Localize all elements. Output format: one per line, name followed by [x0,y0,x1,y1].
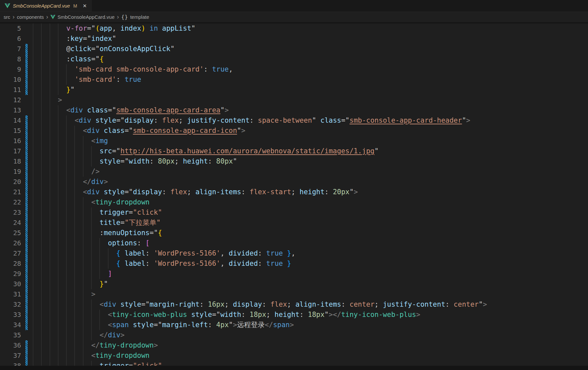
modified-gutter-marker [25,299,28,310]
code-line[interactable]: 24title="下拉菜单" [0,218,588,228]
code-line[interactable]: 8:class="{ [0,54,588,64]
token-pun: > [104,178,108,186]
token-eq: " [324,311,329,319]
indent-guides [33,105,66,115]
token-eq: =" [112,147,120,155]
indent-guides [33,259,116,269]
token-attr: label [125,249,145,257]
breadcrumb-item-template[interactable]: {} template [121,14,149,20]
code-line[interactable]: 18style="width: 80px; height: 80px" [0,156,588,167]
token-eq: =" [121,157,129,165]
code-line[interactable]: 31> [0,289,588,299]
modified-gutter-marker [25,146,28,156]
code-line[interactable]: 16<img [0,136,588,146]
token-eq: =" [116,116,125,124]
code-text: v-for="(app, index) in appList" [28,23,195,34]
token-eq: : [99,229,104,237]
token-attr: options [108,239,137,247]
code-line[interactable]: 10'smb-card': true [0,75,588,85]
code-line[interactable]: 30}" [0,279,588,289]
code-line[interactable]: 11}" [0,85,588,95]
code-text: :key="index" [28,34,116,44]
indent-guides [33,136,91,146]
indent-guides [33,320,108,330]
editor-tab[interactable]: SmbConsoleAppCard.vue M ✕ [0,0,92,12]
token-attr: height [274,311,299,319]
token-eq: ; [291,188,299,196]
symbol-namespace-icon: {} [121,14,128,20]
token-eq: ; [179,116,187,124]
modified-gutter-marker [25,289,28,299]
modified-gutter-marker [25,167,28,177]
line-number: 24 [0,218,21,228]
token-pun: < [66,106,70,114]
indent-guides [33,75,74,85]
token-eq: : [258,260,266,267]
code-line[interactable]: 19/> [0,167,588,177]
tab-title: SmbConsoleAppCard.vue [13,3,70,9]
breadcrumb-template-label: template [130,14,149,20]
line-number: 13 [0,105,21,115]
code-line[interactable]: 21<div style="display: flex; align-items… [0,187,588,197]
token-eq: " [350,188,354,196]
code-lines: 5v-for="(app, index) in appList"6:key="i… [0,23,588,370]
code-line[interactable]: 32<div style="margin-right: 16px; displa… [0,299,588,310]
code-line[interactable]: 12> [0,95,588,105]
token-eq: =" [341,116,350,124]
code-line[interactable]: 27{ label: 'WordPress-5166', divided: tr… [0,248,588,259]
modified-gutter-marker [25,44,28,54]
code-line[interactable]: 26options: [ [0,238,588,248]
gutter-spacer [25,95,28,105]
token-tag: div [79,116,91,124]
code-line[interactable]: 28{ label: 'WordPress-5166', divided: tr… [0,259,588,269]
close-icon[interactable]: ✕ [82,3,88,9]
token-attr: app [99,24,112,32]
code-line[interactable]: 29] [0,269,588,279]
token-attr: trigger [99,208,129,216]
token-tag: div [70,106,83,114]
code-text: <tiny-dropdown [28,351,150,361]
modified-gutter-marker [25,156,28,167]
line-number: 9 [0,64,21,75]
code-line[interactable]: 15<div class="smb-console-app-card-icon"… [0,126,588,136]
modified-gutter-marker [25,259,28,269]
code-line[interactable]: 37<tiny-dropdown [0,351,588,361]
token-eq: : [200,300,208,308]
indent-guides [33,44,66,54]
code-line[interactable]: 17src="http://his-beta.huawei.com/aurora… [0,146,588,156]
code-line[interactable]: 14<div style="display: flex; justify-con… [0,115,588,126]
code-line[interactable]: 20</div> [0,177,588,187]
indent-guides [33,289,91,299]
code-line[interactable]: 7@click="onConsoleAppClick" [0,44,588,54]
code-line[interactable]: 5v-for="(app, index) in appList" [0,23,588,34]
code-line[interactable]: 9'smb-card smb-console-app-card': true, [0,64,588,75]
breadcrumb-item-file[interactable]: SmbConsoleAppCard.vue [50,14,114,20]
code-line[interactable]: 22<tiny-dropdown [0,197,588,207]
code-line[interactable]: 6:key="index" [0,34,588,44]
token-comp: tiny-dropdown [96,198,150,206]
modified-gutter-marker [25,340,28,351]
breadcrumb-item-src[interactable]: src [4,14,10,20]
modified-gutter-marker [25,320,28,330]
line-number: 21 [0,187,21,197]
modified-gutter-marker [25,54,28,64]
token-dir: v-for [66,24,87,32]
code-line[interactable]: 25:menuOptions="{ [0,228,588,238]
code-line[interactable]: 13<div class="smb-console-app-card-area"… [0,105,588,115]
code-line[interactable]: 35</div> [0,330,588,340]
line-number: 11 [0,85,21,95]
code-line[interactable]: 34<span style="margin-left: 4px">远程登录</s… [0,320,588,330]
code-area[interactable]: 5v-for="(app, index) in appList"6:key="i… [0,22,588,370]
code-line[interactable]: 23trigger="click" [0,207,588,218]
token-attr: class [70,55,91,63]
breadcrumb-item-components[interactable]: components [17,14,44,20]
token-eq [129,321,133,329]
code-text: <div style="display: flex; justify-conte… [28,115,470,126]
token-comp: tiny-icon-web-plus [112,311,187,319]
code-line[interactable]: 33<tiny-icon-web-plus style="width: 18px… [0,310,588,320]
token-b3: } [287,260,291,267]
token-pun: > [91,290,96,298]
code-line[interactable]: 36</tiny-dropdown> [0,340,588,351]
token-pun: < [74,116,79,124]
token-num: 16px [208,300,225,308]
